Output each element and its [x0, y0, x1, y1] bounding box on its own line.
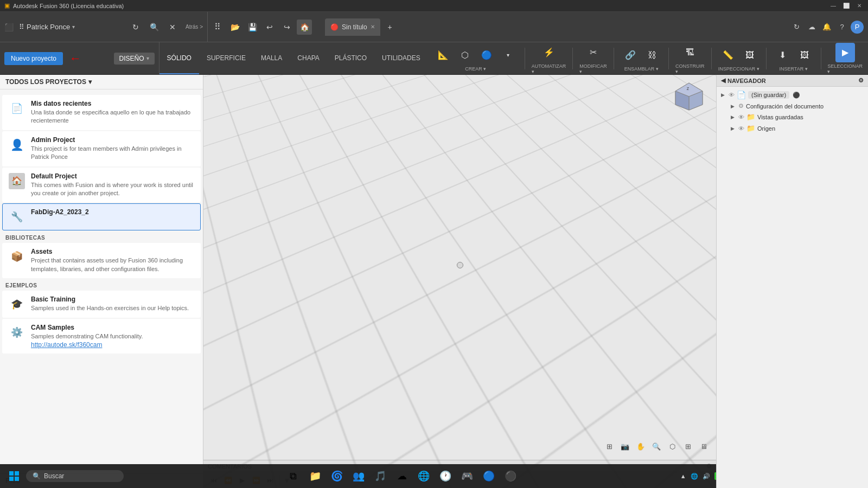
refresh-icon[interactable]: ↻	[790, 21, 803, 34]
tab-superficie[interactable]: SUPERFICIE	[199, 42, 253, 74]
close-button[interactable]: ✕	[855, 2, 864, 10]
taskbar-explorer[interactable]: 📁	[305, 466, 325, 486]
new-tab-button[interactable]: +	[382, 20, 398, 35]
taskbar-chrome[interactable]: 🌐	[414, 466, 433, 486]
back-label[interactable]: Atrás >	[183, 24, 203, 30]
close-panel-button[interactable]: ✕	[165, 20, 180, 35]
design-mode-button[interactable]: DISEÑO ▾	[114, 53, 155, 65]
document-tab-close[interactable]: ✕	[371, 24, 375, 30]
document-tab[interactable]: 🔴 Sin título ✕	[325, 18, 380, 36]
viewport-toolbar: ⊞ 📷 ✋ 🔍 ⬡ ⊞ 🖥	[203, 437, 716, 455]
display-mode-icon[interactable]: 📷	[618, 439, 632, 453]
project-item-mis-datos[interactable]: 📄 Mis datos recientes Una lista donde se…	[2, 95, 201, 130]
taskbar-task-view[interactable]: ⧉	[284, 466, 303, 486]
content-area: TODOS LOS PROYECTOS ▾ 📄 Mis datos recien…	[0, 75, 868, 488]
taskbar-network-icon[interactable]: 🌐	[691, 473, 698, 480]
design-chevron-icon: ▾	[146, 55, 149, 61]
origen-eye-icon[interactable]: 👁	[738, 125, 744, 132]
taskbar-fusion[interactable]: ⚫	[501, 466, 520, 486]
snap-icon[interactable]: ⊞	[602, 439, 616, 453]
ensamblar-button2[interactable]: ⛓	[642, 46, 662, 65]
taskbar-time-zone[interactable]: 🕐	[436, 466, 455, 486]
grid-toggle-icon[interactable]: ⊞	[681, 439, 695, 453]
start-button[interactable]	[4, 466, 24, 486]
inspeccionar-button1[interactable]: 📏	[718, 46, 738, 65]
tree-item-origen[interactable]: ▶ 👁 📁 Origen	[717, 123, 868, 134]
tab-utilidades[interactable]: UTILIDADES	[374, 42, 428, 74]
insertar-button1[interactable]: ⬇	[773, 46, 793, 65]
eye-icon[interactable]: 👁	[729, 92, 735, 98]
viewport[interactable]: ◀ NAVEGADOR ⚙ ▶ 👁 📄 (Sin guardar) ⚫	[203, 75, 868, 488]
taskbar-app-unknown[interactable]: 🔵	[479, 466, 499, 486]
save-button[interactable]: 💾	[245, 20, 260, 35]
tab-plastico[interactable]: PLÁSTICO	[327, 42, 374, 74]
display-settings-icon[interactable]: 🖥	[697, 439, 711, 453]
inspeccionar-button2[interactable]: 🖼	[740, 46, 760, 65]
project-item-basic-training[interactable]: 🎓 Basic Training Samples used in the Han…	[2, 291, 201, 318]
ensamblar-button1[interactable]: 🔗	[621, 46, 640, 65]
taskbar-edge[interactable]: 🌀	[327, 466, 347, 486]
expand-icon: ▶	[719, 92, 726, 98]
tab-chapa[interactable]: CHAPA	[290, 42, 327, 74]
undo-button[interactable]: ↩	[262, 20, 277, 35]
menu-right: SÓLIDO SUPERFICIE MALLA CHAPA PLÁSTICO U…	[159, 42, 868, 74]
vistas-eye-icon[interactable]: 👁	[738, 114, 744, 120]
taskbar-search[interactable]: 🔍 Buscar	[26, 470, 124, 482]
crear-revolve-button[interactable]: 🔵	[477, 46, 496, 65]
pan-icon[interactable]: ✋	[634, 439, 648, 453]
app-logo: ▣	[4, 2, 10, 9]
mis-datos-desc: Una lista donde se especifica aquello en…	[31, 108, 195, 125]
search-button[interactable]: 🔍	[146, 20, 162, 35]
taskbar-onedrive[interactable]: ☁	[392, 466, 412, 486]
redo-button[interactable]: ↪	[279, 20, 295, 35]
config-label: Configuración del documento	[746, 103, 824, 110]
open-button[interactable]: 📂	[227, 20, 242, 35]
modificar-button[interactable]: ✂	[584, 43, 603, 62]
user-menu[interactable]: ⠿ Patrick Ponce ▾	[19, 23, 75, 31]
project-item-cam-samples[interactable]: ⚙️ CAM Samples Samples demonstrating CAM…	[2, 319, 201, 353]
maximize-button[interactable]: ⬜	[842, 2, 851, 10]
viewport-canvas[interactable]: Z	[203, 75, 716, 455]
crear-sketch-button[interactable]: 📐	[433, 46, 453, 65]
taskbar-teams[interactable]: 👥	[349, 466, 368, 486]
notification-icon[interactable]: 🔔	[820, 21, 833, 34]
refresh-button[interactable]: ↻	[128, 20, 143, 35]
automatizar-button[interactable]: ⚡	[539, 43, 559, 62]
menu-group-insertar: ⬇ 🖼 INSERTAR ▾	[773, 46, 814, 72]
navigator-settings-icon[interactable]: ⚙	[858, 77, 864, 84]
basic-training-name: Basic Training	[31, 296, 195, 303]
home-button[interactable]: 🏠	[297, 20, 312, 35]
cloud-icon[interactable]: ☁	[805, 21, 818, 34]
user-avatar-icon[interactable]: P	[851, 21, 864, 34]
tree-item-vistas[interactable]: ▶ 👁 📁 Vistas guardadas	[717, 111, 868, 123]
tab-solido[interactable]: SÓLIDO	[159, 42, 199, 74]
crear-dropdown-button[interactable]: ▾	[499, 46, 518, 65]
cam-samples-link[interactable]: http://autode.sk/f360cam	[31, 341, 195, 349]
project-item-fabdig[interactable]: 🔧 FabDig-A2_2023_2	[2, 203, 201, 230]
help-icon[interactable]: ?	[835, 21, 848, 34]
navigator-collapse-button[interactable]: ◀ NAVEGADOR	[721, 77, 766, 84]
seleccionar-button[interactable]: ▶	[835, 43, 855, 62]
project-item-default[interactable]: 🏠 Default Project This comes with Fusion…	[2, 168, 201, 203]
taskbar-games[interactable]: 🎮	[457, 466, 477, 486]
crear-extrude-button[interactable]: ⬡	[455, 46, 475, 65]
view-cube-icon[interactable]: ⬡	[665, 439, 679, 453]
nuevo-proyecto-button[interactable]: Nuevo proyecto	[4, 52, 63, 65]
taskbar-music[interactable]: 🎵	[371, 466, 390, 486]
taskbar-up-icon[interactable]: ▲	[680, 473, 686, 479]
tree-item-config[interactable]: ▶ ⚙ Configuración del documento	[717, 101, 868, 111]
project-item-assets[interactable]: 📦 Assets Project that contains assets us…	[2, 243, 201, 278]
project-item-admin[interactable]: 👤 Admin Project This project is for team…	[2, 131, 201, 166]
tab-malla[interactable]: MALLA	[253, 42, 290, 74]
cube-orientation[interactable]: Z	[673, 80, 705, 113]
tree-item-unsaved[interactable]: ▶ 👁 📄 (Sin guardar) ⚫	[717, 89, 868, 101]
apps-grid-button[interactable]: ⠿	[210, 20, 225, 35]
navigator-panel: ◀ NAVEGADOR ⚙ ▶ 👁 📄 (Sin guardar) ⚫	[716, 75, 868, 488]
taskbar-volume-icon[interactable]: 🔊	[703, 473, 710, 480]
zoom-icon[interactable]: 🔍	[649, 439, 663, 453]
window-controls[interactable]: — ⬜ ✕	[829, 2, 864, 10]
construir-button[interactable]: 🏗	[680, 43, 700, 62]
insertar-button2[interactable]: 🖼	[795, 46, 814, 65]
minimize-button[interactable]: —	[829, 2, 838, 10]
red-arrow-indicator: ←	[69, 52, 81, 66]
